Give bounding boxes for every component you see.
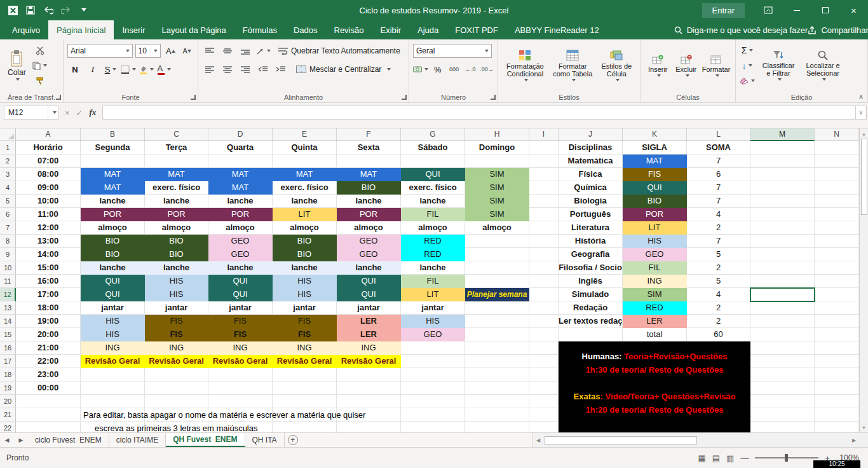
cell-G20[interactable] — [401, 395, 465, 408]
cell-D2[interactable] — [208, 155, 273, 168]
minimize-button[interactable] — [782, 0, 811, 20]
cell-F11[interactable]: QUI — [337, 275, 401, 288]
cell-styles-button[interactable]: Estilos de Célula — [597, 43, 636, 88]
cell-E4[interactable]: exerc. físico — [273, 181, 337, 195]
cell-F10[interactable]: lanche — [337, 261, 401, 275]
cell-I17[interactable] — [529, 355, 559, 368]
column-header-N[interactable]: N — [815, 128, 859, 141]
cell-K2[interactable]: MAT — [623, 155, 687, 168]
cell-A8[interactable]: 13:00 — [16, 235, 81, 248]
cell-G17[interactable] — [401, 355, 465, 368]
fill-color-button[interactable] — [139, 63, 154, 76]
row-header-19[interactable]: 19 — [0, 382, 16, 395]
cell-I12[interactable] — [529, 288, 559, 301]
scroll-left-icon[interactable]: ◀ — [533, 437, 543, 443]
dialog-launcher-icon[interactable] — [191, 95, 196, 100]
decrease-decimal-button[interactable]: .00→ — [480, 63, 494, 76]
bold-button[interactable]: N — [67, 63, 83, 76]
row-header-6[interactable]: 6 — [0, 208, 16, 221]
sign-in-button[interactable]: Entrar — [702, 3, 745, 18]
cell-L1[interactable]: SOMA — [687, 141, 750, 155]
cell-I4[interactable] — [529, 181, 559, 195]
scroll-up-icon[interactable]: ▲ — [860, 128, 868, 139]
cell-I19[interactable] — [529, 382, 559, 395]
cell-C19[interactable] — [145, 382, 208, 395]
cell-G19[interactable] — [401, 382, 465, 395]
tell-me-search[interactable]: Diga-me o que você deseja fazer — [674, 20, 808, 39]
cell-M17[interactable] — [750, 355, 815, 368]
align-bottom-button[interactable] — [238, 45, 253, 57]
cell-G16[interactable] — [401, 341, 465, 355]
cell-B13[interactable]: jantar — [81, 301, 145, 315]
page-break-view-icon[interactable]: ▥ — [726, 453, 734, 463]
horizontal-scrollbar[interactable]: ◀ ▶ — [532, 432, 859, 447]
cell-G10[interactable]: lanche — [401, 261, 465, 275]
cell-J9[interactable]: Geografia — [559, 248, 623, 261]
menu-tab-arquivo[interactable]: Arquivo — [4, 20, 48, 39]
cell-H1[interactable]: Domingo — [465, 141, 529, 155]
increase-indent-button[interactable] — [273, 63, 288, 76]
cell-H15[interactable] — [465, 328, 529, 341]
cell-A3[interactable]: 08:00 — [16, 168, 81, 181]
cell-F20[interactable] — [337, 395, 401, 408]
cell-D6[interactable]: POR — [208, 208, 273, 221]
align-top-button[interactable] — [202, 45, 217, 57]
cell-A9[interactable]: 14:00 — [16, 248, 81, 261]
cell-H21[interactable] — [465, 408, 529, 422]
row-header-8[interactable]: 8 — [0, 235, 16, 248]
percent-style-button[interactable]: % — [431, 63, 445, 76]
row-header-7[interactable]: 7 — [0, 221, 16, 235]
column-header-A[interactable]: A — [16, 128, 81, 141]
cell-H7[interactable]: almoço — [465, 221, 529, 235]
menu-tab-inserir[interactable]: Inserir — [114, 20, 153, 39]
cell-J5[interactable]: Biologia — [559, 195, 623, 208]
cell-E16[interactable]: ING — [273, 341, 337, 355]
cell-G2[interactable] — [401, 155, 465, 168]
cell-K5[interactable]: BIO — [623, 195, 687, 208]
cell-M3[interactable] — [750, 168, 815, 181]
cell-I3[interactable] — [529, 168, 559, 181]
cell-G21[interactable] — [401, 408, 465, 422]
cell-F9[interactable]: GEO — [337, 248, 401, 261]
cell-N15[interactable] — [815, 328, 859, 341]
cell-F5[interactable]: lanche — [337, 195, 401, 208]
cell-B8[interactable]: BIO — [81, 235, 145, 248]
cell-F13[interactable]: jantar — [337, 301, 401, 315]
column-header-M[interactable]: M — [750, 128, 815, 141]
cell-A20[interactable] — [16, 395, 81, 408]
cell-J14[interactable]: Ler textos redaçã — [559, 315, 623, 328]
cell-H20[interactable] — [465, 395, 529, 408]
cell-C6[interactable]: POR — [145, 208, 208, 221]
underline-button[interactable]: S — [103, 63, 118, 76]
menu-tab-p-gina-inicial[interactable]: Página Inicial — [48, 20, 114, 39]
cell-A10[interactable]: 15:00 — [16, 261, 81, 275]
cell-E9[interactable]: BIO — [273, 248, 337, 261]
cell-N10[interactable] — [815, 261, 859, 275]
cut-button[interactable] — [32, 44, 48, 57]
cell-J4[interactable]: Química — [559, 181, 623, 195]
row-header-11[interactable]: 11 — [0, 275, 16, 288]
number-format-select[interactable]: Geral — [413, 44, 492, 58]
cell-N22[interactable] — [815, 422, 859, 432]
menu-tab-ajuda[interactable]: Ajuda — [409, 20, 447, 39]
row-header-17[interactable]: 17 — [0, 355, 16, 368]
cell-D18[interactable] — [208, 368, 273, 382]
collapse-ribbon-icon[interactable]: ∧ — [858, 93, 864, 101]
column-header-F[interactable]: F — [337, 128, 401, 141]
cell-E20[interactable] — [273, 395, 337, 408]
cell-H3[interactable]: SIM — [465, 168, 529, 181]
expand-formula-bar-icon[interactable]: ˅ — [855, 106, 867, 120]
cell-N1[interactable] — [815, 141, 859, 155]
cell-C16[interactable]: ING — [145, 341, 208, 355]
cell-E5[interactable]: lanche — [273, 195, 337, 208]
cell-F2[interactable] — [337, 155, 401, 168]
cell-J6[interactable]: Português — [559, 208, 623, 221]
cell-D11[interactable]: QUI — [208, 275, 273, 288]
cell-G3[interactable]: QUI — [401, 168, 465, 181]
autosum-button[interactable]: Σ — [740, 44, 755, 57]
cell-L10[interactable]: 2 — [687, 261, 750, 275]
cell-I8[interactable] — [529, 235, 559, 248]
cell-G1[interactable]: Sábado — [401, 141, 465, 155]
cell-M1[interactable] — [750, 141, 815, 155]
currency-format-button[interactable] — [413, 63, 428, 76]
